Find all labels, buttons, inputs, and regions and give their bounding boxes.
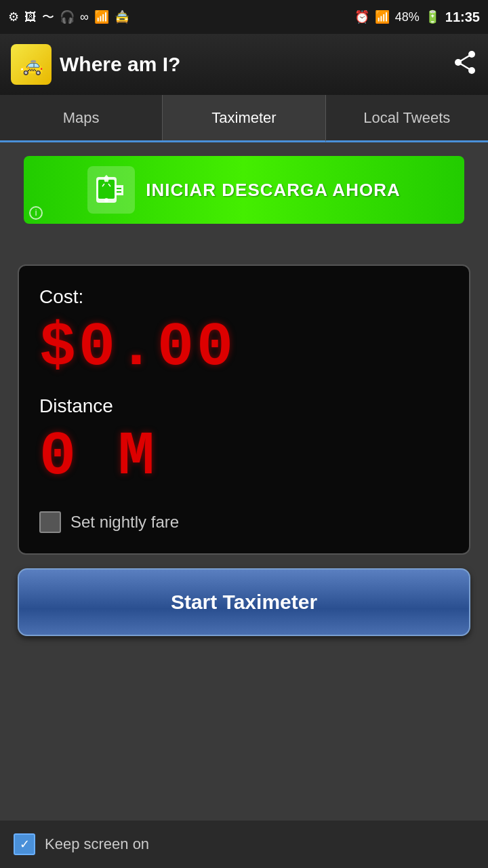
- cost-value: $0.00: [39, 315, 449, 382]
- ad-banner[interactable]: INICIAR DESCARGA AHORA i: [24, 156, 464, 224]
- app-title: Where am I?: [60, 53, 180, 76]
- taximeter-panel: Cost: $0.00 Distance 0 M Set nightly far…: [18, 264, 470, 555]
- battery-text: 48%: [395, 10, 420, 24]
- svg-point-7: [104, 198, 108, 202]
- cost-label: Cost:: [39, 286, 449, 308]
- main-content: INICIAR DESCARGA AHORA i Cost: $0.00 Dis…: [0, 156, 488, 704]
- keep-screen-checkbox[interactable]: ✓: [14, 833, 35, 855]
- ad-text: INICIAR DESCARGA AHORA: [146, 180, 400, 201]
- headphone-icon: 🎧: [60, 9, 75, 24]
- ad-icon: [87, 166, 135, 214]
- nightly-fare-checkbox[interactable]: [39, 511, 61, 533]
- signal-bars-icon: 📶: [375, 9, 390, 24]
- svg-line-4: [458, 62, 472, 71]
- svg-line-3: [458, 54, 472, 62]
- tab-taximeter[interactable]: Taximeter: [163, 95, 325, 142]
- status-icons-right: ⏰ 📶 48% 🔋 11:35: [354, 9, 480, 25]
- settings-icon: ⚙: [8, 9, 19, 24]
- nightly-fare-label: Set nightly fare: [70, 513, 179, 532]
- tab-maps[interactable]: Maps: [0, 95, 163, 140]
- signal-icon: 📶: [94, 9, 109, 24]
- tab-local-tweets[interactable]: Local Tweets: [326, 95, 488, 140]
- alarm-icon: ⏰: [354, 9, 369, 24]
- keep-screen-label: Keep screen on: [45, 835, 149, 853]
- tab-bar: Maps Taximeter Local Tweets: [0, 95, 488, 142]
- title-bar: Where am I?: [0, 34, 488, 95]
- nightly-fare-row[interactable]: Set nightly fare: [39, 511, 449, 533]
- distance-label: Distance: [39, 395, 449, 417]
- distance-value: 0 M: [39, 424, 449, 491]
- voicemail-icon: ∞: [80, 10, 89, 24]
- title-bar-left: Where am I?: [11, 44, 180, 85]
- ad-info-icon: i: [29, 206, 43, 220]
- start-taximeter-button[interactable]: Start Taximeter: [18, 568, 470, 636]
- start-taximeter-label: Start Taximeter: [171, 591, 317, 614]
- app-icon: [11, 44, 52, 85]
- bottom-bar: ✓ Keep screen on: [0, 821, 488, 868]
- clock: 11:35: [445, 9, 480, 25]
- share-button[interactable]: [453, 50, 477, 79]
- status-bar: ⚙ 🖼 〜 🎧 ∞ 📶 🚖 ⏰ 📶 48% 🔋 11:35: [0, 0, 488, 34]
- cab-icon: 🚖: [115, 9, 129, 24]
- waves-icon: 〜: [42, 9, 54, 25]
- battery-icon: 🔋: [425, 9, 440, 24]
- svg-point-8: [104, 182, 108, 186]
- status-icons-left: ⚙ 🖼 〜 🎧 ∞ 📶 🚖: [8, 9, 129, 25]
- image-icon: 🖼: [24, 10, 37, 24]
